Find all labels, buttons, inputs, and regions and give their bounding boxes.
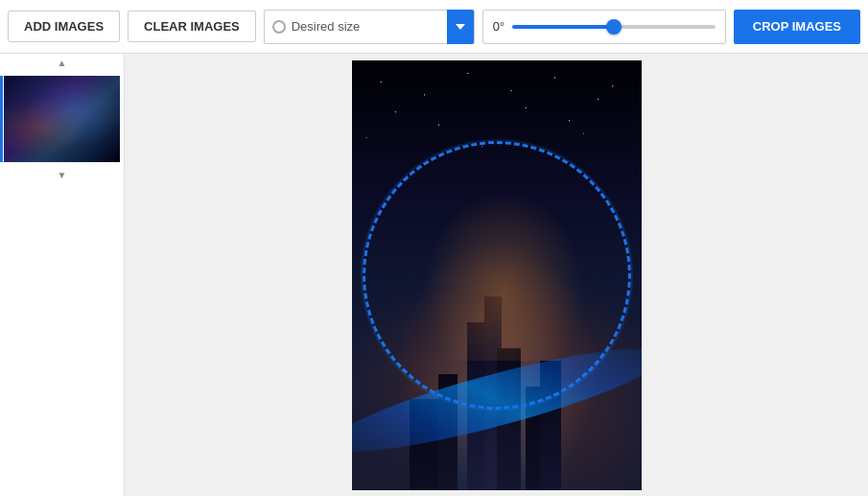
main-image: [352, 60, 642, 490]
desired-size-dropdown-button[interactable]: [447, 10, 474, 44]
toolbar: ADD IMAGES CLEAR IMAGES Desired size 0° …: [0, 0, 868, 54]
image-container: [352, 60, 642, 490]
rotation-value: 0°: [493, 19, 504, 34]
scroll-down-arrow[interactable]: ▼: [0, 166, 124, 184]
desired-size-placeholder: Desired size: [292, 19, 441, 34]
add-images-button[interactable]: ADD IMAGES: [8, 11, 120, 42]
scroll-up-arrow[interactable]: ▲: [0, 54, 124, 72]
canvas-area: [125, 54, 868, 496]
main-area: ▲ ▼: [0, 54, 868, 496]
thumbnail-item[interactable]: [0, 72, 124, 166]
thumbnail-image: [4, 76, 120, 162]
clear-images-button[interactable]: CLEAR IMAGES: [128, 11, 256, 42]
crop-images-button[interactable]: CROP IMAGES: [734, 10, 860, 44]
rotation-slider[interactable]: [512, 25, 716, 29]
thumbnail-sidebar: ▲ ▼: [0, 54, 125, 496]
desired-size-field[interactable]: Desired size: [264, 10, 475, 44]
rotation-control: 0°: [482, 10, 726, 44]
desired-size-icon: [272, 20, 286, 34]
